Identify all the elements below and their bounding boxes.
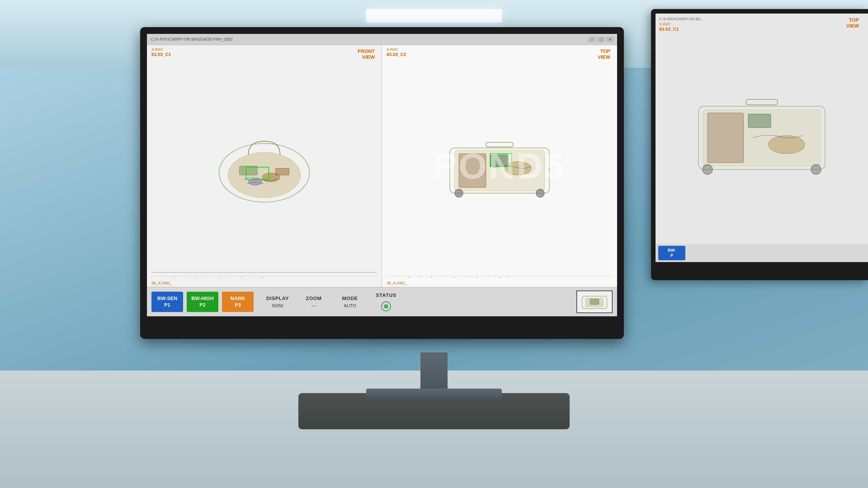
window-controls: — □ ✕ [589, 37, 614, 42]
svg-point-23 [536, 189, 544, 197]
right-bag-svg [436, 128, 563, 204]
secondary-btn1-line1: BW- [668, 248, 676, 253]
secondary-path: C:\X-RAY\CARRY-ON BA... [659, 17, 864, 21]
mark-button[interactable]: MARK P3 [222, 292, 254, 312]
content-area: X-RAY 83.03_C1 FRONT VIEW [147, 45, 617, 287]
svg-rect-46 [590, 299, 599, 304]
right-panel: X-RAY 83.03_C2 TOP VIEW [382, 45, 617, 287]
secondary-content: C:\X-RAY\CARRY-ON BA... X-RAY 83.03_C1 T… [655, 13, 868, 262]
svg-rect-24 [486, 142, 513, 147]
left-view-label-group: FRONT VIEW [358, 48, 375, 60]
right-file-label: 38_A:2481_ [386, 281, 407, 286]
secondary-xray-area [660, 32, 864, 249]
display-value: 50/50 [272, 303, 283, 308]
maximize-button[interactable]: □ [598, 37, 604, 42]
display-group: DISPLAY 50/50 [264, 292, 291, 312]
svg-rect-53 [748, 114, 771, 128]
left-ruler-ticks [151, 276, 377, 279]
bw-sen-button[interactable]: BW-SEN P1 [151, 292, 183, 312]
left-xray-image-area [147, 59, 381, 273]
bw-sen-line1: BW-SEN [157, 295, 178, 302]
secondary-view-sub: VIEW [846, 23, 859, 29]
mark-line1: MARK [230, 295, 245, 302]
monitor-base [366, 389, 502, 400]
secondary-xray-id: 83.03_C1 [659, 27, 864, 32]
main-screen: C:\X-RAY\CARRY-ON BAGGAGE\YNH_0392 — □ ✕… [147, 34, 617, 316]
mark-line2: P3 [235, 302, 241, 308]
main-monitor: C:\X-RAY\CARRY-ON BAGGAGE\YNH_0392 — □ ✕… [140, 27, 624, 339]
left-ruler: // ticks will be handled by static SVG [151, 271, 377, 280]
svg-rect-51 [746, 99, 778, 105]
secondary-btn1-line2: P [671, 253, 673, 258]
close-button[interactable]: ✕ [607, 37, 614, 42]
mode-value: AUTO [344, 303, 356, 308]
left-view-label: FRONT [358, 48, 375, 54]
svg-point-27 [504, 162, 531, 175]
status-indicator [381, 301, 391, 311]
left-file-label: 38_A:2481_ [151, 281, 172, 286]
minimize-button[interactable]: — [589, 37, 595, 42]
right-ruler [386, 276, 613, 280]
title-bar: C:\X-RAY\CARRY-ON BAGGAGE\YNH_0392 — □ ✕ [147, 34, 617, 45]
right-view-label: TOP [598, 48, 610, 54]
bw-high-line2: P2 [199, 302, 206, 308]
zoom-group: ZOOM --- [300, 292, 327, 312]
bw-sen-line2: P1 [164, 302, 170, 308]
zoom-label: ZOOM [306, 295, 322, 301]
svg-point-22 [455, 189, 463, 197]
right-xray-id: 83.03_C2 [386, 52, 406, 57]
secondary-monitor: C:\X-RAY\CARRY-ON BA... X-RAY 83.03_C1 T… [651, 9, 868, 280]
right-ruler-ticks [386, 276, 613, 279]
right-xray-label-group: X-RAY 83.03_C2 [386, 47, 406, 57]
secondary-view-label-group: TOP VIEW [846, 17, 859, 29]
status-label: STATUS [376, 292, 397, 298]
secondary-btn1[interactable]: BW- P [658, 246, 685, 260]
left-xray-id: 83.03_C1 [151, 52, 171, 57]
secondary-bag-svg [689, 93, 834, 188]
svg-point-50 [811, 164, 821, 174]
secondary-view-label: TOP [846, 17, 859, 23]
thumbnail-preview[interactable] [577, 291, 613, 313]
left-xray-label-group: X-RAY 83.03_C1 [151, 47, 171, 57]
status-group: STATUS [373, 292, 400, 312]
thumbnail-svg [578, 292, 612, 312]
right-view-label-group: TOP VIEW [598, 48, 610, 60]
left-bag-svg [208, 123, 321, 209]
left-xray-text: X-RAY [151, 47, 171, 52]
zoom-value: --- [311, 303, 316, 308]
toolbar: BW-SEN P1 BW-HIGH P2 MARK P3 DISPLAY 50/… [147, 287, 617, 316]
display-label: DISPLAY [266, 295, 289, 301]
svg-point-54 [769, 135, 805, 154]
left-panel: X-RAY 83.03_C1 FRONT VIEW [147, 45, 382, 287]
ceiling-light [366, 9, 502, 23]
svg-point-49 [703, 164, 712, 174]
window-path: C:\X-RAY\CARRY-ON BAGGAGE\YNH_0392 [151, 37, 233, 42]
svg-rect-25 [459, 154, 486, 188]
mode-label: MODE [342, 295, 358, 301]
bw-high-button[interactable]: BW-HIGH P2 [187, 292, 218, 312]
secondary-xray-text: X-RAY [659, 22, 864, 27]
svg-rect-52 [708, 113, 744, 163]
svg-rect-5 [276, 168, 289, 175]
secondary-toolbar: BW- P [655, 244, 868, 262]
right-xray-text: X-RAY [386, 47, 406, 52]
mode-group: MODE AUTO [336, 292, 364, 312]
secondary-screen: C:\X-RAY\CARRY-ON BA... X-RAY 83.03_C1 T… [655, 13, 868, 262]
bw-high-line1: BW-HIGH [191, 295, 214, 302]
svg-rect-26 [491, 155, 508, 166]
right-xray-image-area [382, 59, 617, 273]
